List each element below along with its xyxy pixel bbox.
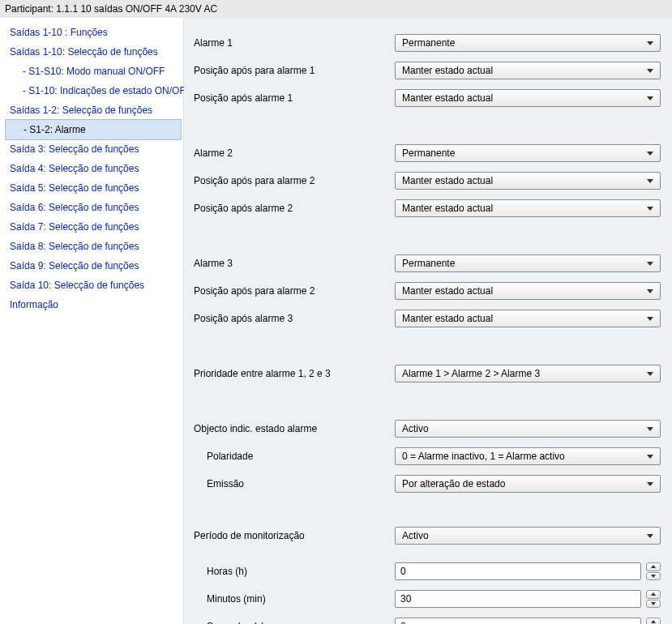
alarm1-value: Permanente xyxy=(402,37,455,49)
monitoring-label: Período de monitorização xyxy=(192,530,395,541)
chevron-up-icon xyxy=(651,592,656,596)
chevron-up-icon xyxy=(651,565,656,568)
alarm1-pos-during-value: Manter estado actual xyxy=(402,65,493,76)
alarm2-pos-during-combo[interactable]: Manter estado actual xyxy=(395,172,661,190)
alarm3-pos-after-combo[interactable]: Manter estado actual xyxy=(395,310,661,327)
emission-combo[interactable]: Por alteração de estado xyxy=(395,475,661,493)
seconds-spinner xyxy=(646,618,661,624)
alarm3-pos-during-label: Posição após para alarme 2 xyxy=(192,285,395,297)
emission-label: Emissão xyxy=(192,478,395,489)
alarm2-label: Alarme 2 xyxy=(192,147,395,159)
minutes-up-button[interactable] xyxy=(646,590,661,599)
sidebar-item-14[interactable]: Informação xyxy=(0,295,183,314)
priority-combo[interactable]: Alarme 1 > Alarme 2 > Alarme 3 xyxy=(395,365,661,383)
sidebar-item-9[interactable]: Saída 6: Selecção de funções xyxy=(0,198,183,217)
main-panel: Alarme 1 Permanente Posição após para al… xyxy=(184,18,672,624)
seconds-up-button[interactable] xyxy=(646,618,661,624)
alarm1-label: Alarme 1 xyxy=(192,37,395,49)
alarm3-combo[interactable]: Permanente xyxy=(395,254,661,272)
sidebar-item-4[interactable]: Saídas 1-2: Selecção de funções xyxy=(0,100,183,120)
status-obj-combo[interactable]: Activo xyxy=(395,420,661,438)
minutes-value: 30 xyxy=(400,593,411,605)
sidebar-item-0[interactable]: Saídas 1-10 : Funções xyxy=(0,23,183,42)
hours-value: 0 xyxy=(400,566,406,577)
sidebar-item-13[interactable]: Saída 10: Selecção de funções xyxy=(0,276,183,295)
sidebar-item-1[interactable]: Saídas 1-10: Selecção de funções xyxy=(0,42,183,62)
hours-down-button[interactable] xyxy=(646,572,661,581)
priority-label: Prioridade entre alarme 1, 2 e 3 xyxy=(192,368,395,379)
monitoring-combo[interactable]: Activo xyxy=(395,527,661,545)
status-obj-value: Activo xyxy=(402,423,429,434)
chevron-up-icon xyxy=(651,620,656,623)
alarm1-pos-after-value: Manter estado actual xyxy=(402,92,493,104)
alarm2-pos-during-label: Posição após para alarme 2 xyxy=(192,175,395,186)
minutes-label: Minutos (min) xyxy=(192,593,395,605)
hours-input[interactable]: 0 xyxy=(395,562,641,580)
monitoring-value: Activo xyxy=(402,530,429,541)
minutes-input[interactable]: 30 xyxy=(395,590,641,608)
alarm1-combo[interactable]: Permanente xyxy=(395,34,661,52)
alarm3-pos-during-value: Manter estado actual xyxy=(402,285,493,297)
seconds-value: 0 xyxy=(400,621,406,624)
alarm2-pos-after-combo[interactable]: Manter estado actual xyxy=(395,199,661,217)
minutes-spinner xyxy=(646,590,661,608)
alarm3-pos-during-combo[interactable]: Manter estado actual xyxy=(395,282,661,300)
sidebar-item-10[interactable]: Saída 7: Selecção de funções xyxy=(0,217,183,237)
participant-header: Participant: 1.1.1 10 saídas ON/OFF 4A 2… xyxy=(0,0,672,18)
sidebar-item-8[interactable]: Saída 5: Selecção de funções xyxy=(0,178,183,198)
polarity-combo[interactable]: 0 = Alarme inactivo, 1 = Alarme activo xyxy=(395,447,661,465)
hours-spinner xyxy=(646,562,661,580)
chevron-down-icon xyxy=(651,575,656,578)
minutes-down-button[interactable] xyxy=(646,600,661,609)
seconds-label: Segundos (s) xyxy=(192,621,395,624)
hours-up-button[interactable] xyxy=(646,562,661,571)
alarm2-value: Permanente xyxy=(402,147,455,159)
sidebar-item-12[interactable]: Saída 9: Selecção de funções xyxy=(0,256,183,276)
alarm1-pos-during-combo[interactable]: Manter estado actual xyxy=(395,62,661,79)
sidebar-item-5[interactable]: - S1-2: Alarme xyxy=(5,119,182,140)
alarm3-value: Permanente xyxy=(402,258,455,269)
hours-label: Horas (h) xyxy=(192,566,395,577)
seconds-input[interactable]: 0 xyxy=(395,618,641,624)
polarity-label: Polaridade xyxy=(192,451,395,462)
status-obj-label: Objecto indic. estado alarme xyxy=(192,423,395,434)
emission-value: Por alteração de estado xyxy=(402,478,505,489)
alarm2-pos-after-label: Posição após alarme 2 xyxy=(192,203,395,214)
sidebar-item-7[interactable]: Saída 4: Selecção de funções xyxy=(0,159,183,178)
alarm2-combo[interactable]: Permanente xyxy=(395,144,661,162)
sidebar-item-3[interactable]: - S1-10: Indicações de estado ON/OFF xyxy=(0,81,183,100)
alarm2-pos-during-value: Manter estado actual xyxy=(402,175,493,186)
chevron-down-icon xyxy=(651,602,656,605)
alarm1-pos-during-label: Posição após para alarme 1 xyxy=(192,65,395,76)
sidebar-item-2[interactable]: - S1-S10: Modo manual ON/OFF xyxy=(0,62,183,81)
alarm3-pos-after-value: Manter estado actual xyxy=(402,313,493,324)
priority-value: Alarme 1 > Alarme 2 > Alarme 3 xyxy=(402,368,540,379)
alarm2-pos-after-value: Manter estado actual xyxy=(402,203,493,214)
sidebar-item-6[interactable]: Saída 3: Selecção de funções xyxy=(0,139,183,159)
alarm3-pos-after-label: Posição após alarme 3 xyxy=(192,313,395,324)
alarm1-pos-after-label: Posição após alarme 1 xyxy=(192,92,395,104)
participant-title: Participant: 1.1.1 10 saídas ON/OFF 4A 2… xyxy=(5,3,217,15)
sidebar: Saídas 1-10 : FunçõesSaídas 1-10: Selecç… xyxy=(0,18,184,624)
sidebar-item-11[interactable]: Saída 8: Selecção de funções xyxy=(0,237,183,256)
alarm1-pos-after-combo[interactable]: Manter estado actual xyxy=(395,89,661,107)
polarity-value: 0 = Alarme inactivo, 1 = Alarme activo xyxy=(402,451,565,462)
alarm3-label: Alarme 3 xyxy=(192,258,395,269)
